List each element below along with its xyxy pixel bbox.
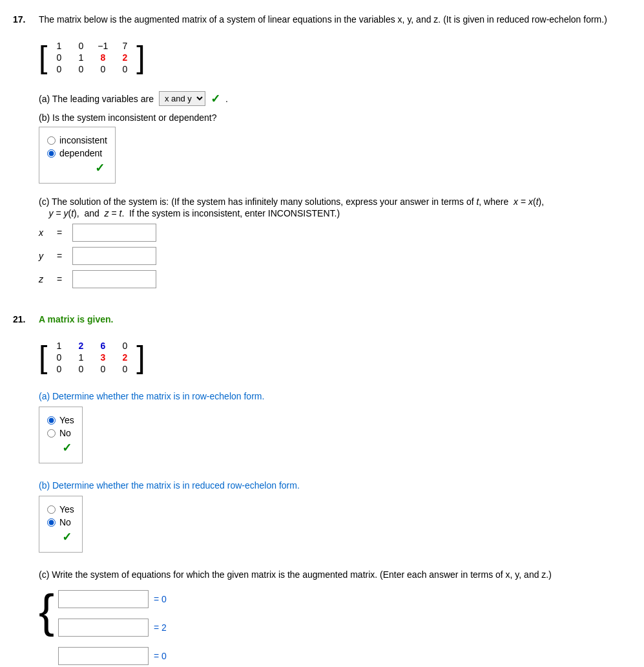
q17-partB-group: inconsistent dependent ✓ — [39, 127, 116, 184]
q21-yes-a-radio[interactable] — [47, 416, 56, 425]
q17-partC-label-line2: y = y(t), and z = t. If the system is in… — [39, 208, 631, 218]
cell-2-0: 0 — [52, 64, 65, 74]
q17-content: The matrix below is the augmented matrix… — [39, 13, 631, 293]
q17-intro: The matrix below is the augmented matrix… — [39, 13, 631, 26]
q21-partC-label: (c) Write the system of equations for wh… — [39, 569, 631, 580]
q17-y-input[interactable] — [72, 247, 156, 265]
cell-1-1: 1 — [74, 52, 87, 63]
cell-2-2: 0 — [96, 64, 109, 74]
cell-0-0: 1 — [52, 41, 65, 51]
left-bracket: [ — [39, 42, 47, 73]
q21-system-input: { = 0 = 2 = 0 — [39, 585, 631, 665]
cell-1-2: 8 — [96, 52, 109, 63]
q17-partA-dot: . — [225, 94, 228, 104]
q21-cell-0-1: 2 — [74, 341, 87, 351]
cell-1-0: 0 — [52, 52, 65, 63]
q21-yes-b-radio[interactable] — [47, 505, 56, 514]
q21-no-a-item: No — [47, 428, 74, 438]
q17-y-row: y = — [39, 247, 631, 265]
page: 17. The matrix below is the augmented ma… — [0, 6, 644, 667]
q17-partA-row: (a) The leading variables are x and y x … — [39, 91, 631, 106]
q21-partA-group: Yes No ✓ — [39, 407, 83, 463]
q17-partB-check-row: ✓ — [47, 161, 107, 175]
q17-inconsistent-radio[interactable] — [47, 136, 56, 145]
q21-cell-0-3: 0 — [118, 341, 131, 351]
q17-x-input[interactable] — [72, 224, 156, 242]
q17-inconsistent-item: inconsistent — [47, 135, 107, 145]
q21-cell-2-0: 0 — [52, 364, 65, 374]
q21-cell-2-2: 0 — [96, 364, 109, 374]
q17-partA-label: (a) The leading variables are x and y x … — [39, 91, 631, 106]
system-eq-3: = 0 — [154, 651, 167, 661]
q21-no-a-radio[interactable] — [47, 429, 56, 438]
q21-partA-check-row: ✓ — [47, 441, 74, 455]
system-input-3[interactable] — [58, 647, 149, 665]
q17-partC-label-line1: (c) The solution of the system is: (If t… — [39, 196, 631, 207]
q21-no-b-radio[interactable] — [47, 518, 56, 527]
q21-cell-0-2: 6 — [96, 341, 109, 351]
q17-partB: (b) Is the system inconsistent or depend… — [39, 112, 631, 190]
right-bracket: ] — [136, 42, 145, 73]
q17-z-eq: = — [57, 274, 67, 284]
q21-cell-1-2: 3 — [96, 352, 109, 363]
cell-2-3: 0 — [118, 64, 131, 74]
q21-cell-2-3: 0 — [118, 364, 131, 374]
q21-yes-a-item: Yes — [47, 415, 74, 425]
q21-right-bracket: ] — [136, 342, 145, 373]
q21-yes-b-item: Yes — [47, 504, 74, 514]
q21-intro: A matrix is given. — [39, 313, 631, 326]
q21-cell-1-3: 2 — [118, 352, 131, 363]
q21-partA-label-text: (a) Determine whether the matrix is in r… — [39, 391, 631, 401]
q17-partB-label: (b) Is the system inconsistent or depend… — [39, 112, 631, 123]
question-17: 17. The matrix below is the augmented ma… — [13, 13, 631, 293]
system-row-2: = 2 — [58, 619, 167, 637]
system-row-1: = 0 — [58, 590, 167, 608]
q17-x-eq: = — [57, 228, 67, 238]
cell-0-3: 7 — [118, 41, 131, 51]
q17-inconsistent-label: inconsistent — [59, 135, 107, 145]
q17-dependent-label: dependent — [59, 148, 102, 158]
system-eq-2: = 2 — [154, 622, 167, 633]
q21-matrix: [ 1 2 6 0 0 1 3 2 0 0 0 0 ] — [39, 338, 145, 377]
q21-cell-1-0: 0 — [52, 352, 65, 363]
cell-0-2: −1 — [96, 41, 109, 51]
q17-z-label: z — [39, 274, 52, 284]
system-input-2[interactable] — [58, 619, 149, 637]
q17-leading-vars-select[interactable]: x and y x and z y and z x only y only z … — [159, 91, 205, 106]
q21-partA-check: ✓ — [62, 441, 72, 455]
q21-partB-group: Yes No ✓ — [39, 496, 83, 553]
q17-dependent-item: dependent — [47, 148, 107, 158]
system-eq-1: = 0 — [154, 594, 167, 604]
q21-cell-1-1: 1 — [74, 352, 87, 363]
system-rows: = 0 = 2 = 0 — [58, 585, 167, 665]
q21-partB-check: ✓ — [62, 530, 72, 544]
q21-cell-2-1: 0 — [74, 364, 87, 374]
cell-2-1: 0 — [74, 64, 87, 74]
q21-partB-check-row: ✓ — [47, 530, 74, 544]
q21-content: A matrix is given. [ 1 2 6 0 0 1 3 2 0 0… — [39, 313, 631, 665]
system-row-3: = 0 — [58, 647, 167, 665]
q17-dependent-radio[interactable] — [47, 149, 56, 158]
q21-matrix-grid: 1 2 6 0 0 1 3 2 0 0 0 0 — [47, 338, 136, 377]
q17-z-input[interactable] — [72, 270, 156, 288]
q17-number: 17. — [13, 13, 39, 25]
q21-number: 21. — [13, 313, 39, 324]
q17-x-label: x — [39, 228, 52, 238]
q21-left-bracket: [ — [39, 342, 47, 373]
q21-partB-label-text: (b) Determine whether the matrix is in r… — [39, 480, 631, 491]
matrix-grid: 1 0 −1 7 0 1 8 2 0 0 0 0 — [47, 38, 136, 77]
q17-matrix: [ 1 0 −1 7 0 1 8 2 0 0 0 0 ] — [39, 38, 145, 77]
q17-z-row: z = — [39, 270, 631, 288]
q21-cell-0-0: 1 — [52, 341, 65, 351]
q17-x-row: x = — [39, 224, 631, 242]
q17-y-label: y — [39, 251, 52, 261]
q21-no-a-label: No — [59, 428, 71, 438]
question-21: 21. A matrix is given. [ 1 2 6 0 0 1 3 2… — [13, 313, 631, 665]
curly-brace-icon: { — [39, 588, 54, 634]
system-input-1[interactable] — [58, 590, 149, 608]
cell-1-3: 2 — [118, 52, 131, 63]
q21-no-b-label: No — [59, 517, 71, 527]
q21-no-b-item: No — [47, 517, 74, 527]
q21-yes-b-label: Yes — [59, 504, 74, 514]
q17-partA-check: ✓ — [211, 92, 220, 106]
